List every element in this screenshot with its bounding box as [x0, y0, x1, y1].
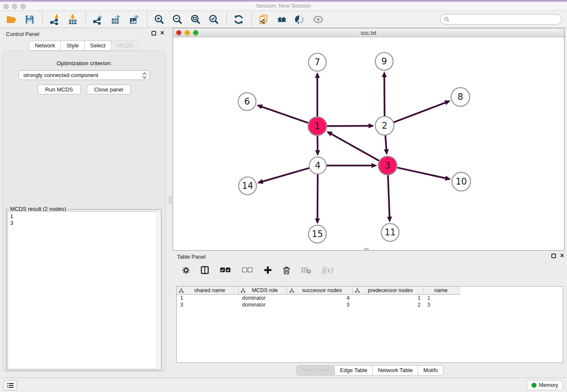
- toolbar-search[interactable]: [440, 14, 562, 25]
- graph-node-2[interactable]: 2: [375, 116, 394, 135]
- export-network-button[interactable]: [91, 12, 105, 27]
- graph-edge-4-14[interactable]: [259, 168, 309, 183]
- column-header-name[interactable]: name: [424, 287, 460, 295]
- column-header-shared-name[interactable]: shared name: [177, 287, 239, 295]
- graph-node-4[interactable]: 4: [309, 157, 326, 174]
- delete-columns-button[interactable]: [283, 266, 290, 275]
- clone-network-icon: [258, 14, 269, 25]
- open-file-button[interactable]: [4, 12, 19, 27]
- graph-node-14[interactable]: 14: [239, 177, 256, 195]
- graph-node-11[interactable]: 11: [381, 224, 399, 241]
- import-network-button[interactable]: [47, 12, 62, 27]
- table-cell[interactable]: 1: [177, 295, 239, 301]
- close-panel-icon[interactable]: ×: [560, 252, 564, 259]
- table-cell[interactable]: 1: [424, 295, 460, 301]
- toolbar-separator: [42, 12, 43, 27]
- toolbar-separator: [226, 12, 227, 27]
- close-panel-button[interactable]: Close panel: [87, 85, 131, 94]
- svg-text:3: 3: [385, 160, 390, 171]
- table-row[interactable]: 1dominator411: [177, 295, 563, 301]
- table-cell[interactable]: 2: [353, 301, 424, 308]
- table-row[interactable]: 3dominator323: [177, 301, 563, 308]
- memory-button[interactable]: Memory: [527, 380, 563, 390]
- zoom-selected-icon: [208, 14, 219, 25]
- tab-select[interactable]: Select: [84, 41, 111, 51]
- select-all-columns-button[interactable]: [220, 267, 231, 273]
- table-tab-network-table[interactable]: Network Table: [372, 365, 418, 375]
- zoom-selected-button[interactable]: [206, 12, 221, 27]
- search-input[interactable]: [452, 16, 558, 22]
- export-image-button[interactable]: [127, 12, 141, 27]
- first-neighbors-button[interactable]: [275, 12, 289, 27]
- zoom-out-button[interactable]: [170, 12, 184, 27]
- run-mcds-button[interactable]: Run MCDS: [38, 85, 81, 94]
- graph-edge-1-2[interactable]: [327, 126, 373, 126]
- svg-text:7: 7: [314, 57, 320, 67]
- graph-node-6[interactable]: 6: [238, 93, 256, 110]
- hide-selected-button[interactable]: [293, 12, 307, 27]
- deselect-all-columns-button[interactable]: [242, 267, 253, 273]
- graph-edge-3-11[interactable]: [388, 175, 390, 221]
- table-tab-motifs[interactable]: Motifs: [418, 365, 443, 375]
- table-cell[interactable]: dominator: [239, 301, 287, 308]
- table-cell[interactable]: 1: [353, 295, 424, 301]
- graph-node-9[interactable]: 9: [375, 52, 393, 70]
- apply-layout-button[interactable]: [231, 12, 246, 27]
- column-header-successor-nodes[interactable]: successor nodes: [287, 287, 353, 295]
- import-table-button[interactable]: [66, 12, 80, 27]
- tab-style[interactable]: Style: [61, 41, 85, 51]
- table-cell[interactable]: dominator: [239, 295, 287, 301]
- table-cell[interactable]: 4: [287, 295, 353, 301]
- column-header-MCDS-role[interactable]: MCDS role: [239, 287, 287, 295]
- tab-mcds[interactable]: MCDS: [111, 41, 139, 51]
- graph-edge-2-3[interactable]: [385, 135, 387, 154]
- svg-text:14: 14: [242, 181, 253, 191]
- table-cell[interactable]: 3: [287, 301, 353, 308]
- export-table-button[interactable]: [109, 12, 123, 27]
- table-cell[interactable]: 3: [424, 301, 460, 308]
- clone-network-button[interactable]: [256, 12, 271, 27]
- graph-node-1[interactable]: 1: [308, 117, 327, 135]
- save-icon: [24, 14, 35, 25]
- panel-splitter-handle[interactable]: [169, 196, 172, 204]
- eye-icon: [313, 14, 324, 25]
- network-canvas[interactable]: 7968124314101511: [173, 37, 564, 250]
- table-tab-edge-table[interactable]: Edge Table: [334, 365, 373, 375]
- memory-label: Memory: [539, 382, 558, 388]
- export-table-icon: [110, 14, 121, 25]
- graph-node-3[interactable]: 3: [378, 156, 397, 175]
- float-panel-icon[interactable]: [151, 31, 156, 36]
- column-header-predecessor-nodes[interactable]: predecessor nodes: [353, 287, 424, 295]
- delete-table-button[interactable]: [301, 266, 311, 274]
- task-history-button[interactable]: [3, 380, 17, 390]
- float-panel-icon[interactable]: [551, 254, 556, 258]
- graph-node-10[interactable]: 10: [452, 172, 471, 191]
- table-settings-button[interactable]: [182, 266, 190, 274]
- graph-node-7[interactable]: 7: [308, 53, 326, 71]
- mcds-result-text[interactable]: 13: [8, 211, 160, 369]
- svg-text:11: 11: [385, 227, 396, 237]
- table-cell[interactable]: 3: [177, 301, 239, 308]
- graph-edge-3-10[interactable]: [397, 168, 449, 179]
- graph-edge-2-9[interactable]: [384, 73, 385, 116]
- criterion-dropdown[interactable]: strongly connected component: [19, 70, 150, 80]
- function-builder-button[interactable]: f(x): [322, 265, 333, 275]
- graph-edge-1-6[interactable]: [258, 105, 308, 123]
- result-scrollbar[interactable]: [156, 211, 160, 369]
- graph-edge-4-15[interactable]: [317, 174, 318, 223]
- graph-node-15[interactable]: 15: [308, 225, 326, 243]
- close-panel-icon[interactable]: ×: [160, 29, 164, 37]
- main-toolbar: [0, 11, 567, 28]
- network-window-titlebar[interactable]: ✕ − + scc.txt: [173, 28, 564, 37]
- show-all-button[interactable]: [311, 12, 325, 27]
- create-column-button[interactable]: [264, 266, 272, 274]
- graph-edge-3-1[interactable]: [328, 132, 379, 161]
- zoom-in-button[interactable]: [152, 12, 166, 27]
- graph-edge-2-8[interactable]: [394, 101, 449, 122]
- save-session-button[interactable]: [22, 12, 37, 27]
- zoom-fit-button[interactable]: [188, 12, 203, 27]
- show-column-pane-button[interactable]: [201, 266, 209, 274]
- tab-network[interactable]: Network: [29, 41, 61, 51]
- table-tab-node-table[interactable]: Node Table: [296, 365, 335, 375]
- graph-node-8[interactable]: 8: [451, 88, 470, 106]
